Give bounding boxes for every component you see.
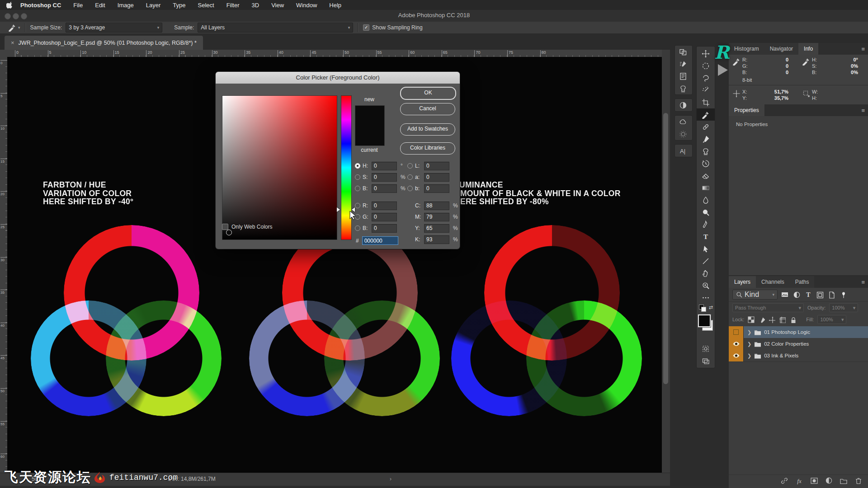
status-chevron-icon[interactable]: › xyxy=(390,476,392,482)
radio-b[interactable] xyxy=(355,225,360,231)
tool-hand[interactable] xyxy=(697,267,715,279)
menu-item-photoshop-cc[interactable]: Photoshop CC xyxy=(20,2,61,9)
adjustments-panel-icon[interactable] xyxy=(675,99,691,111)
tab-info[interactable]: Info xyxy=(798,43,818,55)
tab-properties[interactable]: Properties xyxy=(729,104,764,116)
panel-menu-icon[interactable]: ≡ xyxy=(861,46,864,52)
group-expand-chevron-icon[interactable]: ❯ xyxy=(747,353,751,359)
menu-item-select[interactable]: Select xyxy=(198,2,214,9)
menu-item-help[interactable]: Help xyxy=(329,2,341,9)
tool-blur[interactable] xyxy=(697,194,715,206)
layer-visibility-hidden-icon[interactable] xyxy=(729,326,744,338)
layer-mask-button[interactable] xyxy=(810,477,818,485)
ok-button[interactable]: OK xyxy=(400,87,456,100)
layer-filter-dropdown[interactable]: Kind ▾ xyxy=(732,290,778,300)
panel-menu-icon[interactable]: ≡ xyxy=(861,279,864,286)
field-input-l[interactable] xyxy=(424,162,449,170)
screen-mode-button[interactable] xyxy=(697,355,715,367)
layer-name[interactable]: 03 Ink & Pixels xyxy=(764,353,798,358)
field-input-g[interactable] xyxy=(372,213,397,221)
field-input-k[interactable] xyxy=(424,235,449,244)
field-input-m[interactable] xyxy=(424,213,449,221)
recorder-play-icon[interactable] xyxy=(718,64,728,76)
tool-lasso[interactable] xyxy=(697,72,715,84)
field-input-b[interactable] xyxy=(372,224,397,233)
hex-input[interactable] xyxy=(362,236,398,245)
radio-b[interactable] xyxy=(407,186,413,191)
filter-shape-layers-icon[interactable] xyxy=(816,291,824,299)
show-sampling-ring-checkbox[interactable]: ✓ xyxy=(363,24,369,31)
tool-crop[interactable] xyxy=(697,96,715,108)
close-tab-icon[interactable]: × xyxy=(11,39,14,46)
horizontal-ruler[interactable]: 05101520253035404550556065707580 xyxy=(7,50,662,57)
clone-source-panel-icon[interactable] xyxy=(675,46,691,58)
tab-navigator[interactable]: Navigator xyxy=(764,43,798,55)
filter-smart-objects-icon[interactable] xyxy=(828,291,835,299)
cancel-button[interactable]: Cancel xyxy=(400,103,455,115)
field-input-c[interactable] xyxy=(424,202,449,210)
canvas-scrollbar-thumb[interactable] xyxy=(663,113,668,384)
layer-name[interactable]: 02 Color Properties xyxy=(764,341,809,347)
tab-channels[interactable]: Channels xyxy=(756,276,790,288)
radio-s[interactable] xyxy=(355,174,360,180)
character-panel-icon[interactable]: A| xyxy=(675,145,691,157)
filter-adjustment-layers-icon[interactable] xyxy=(793,291,801,299)
menu-item-edit[interactable]: Edit xyxy=(95,2,105,9)
field-input-b[interactable] xyxy=(424,184,449,193)
adjustment-layer-button[interactable] xyxy=(825,477,833,484)
tool-history-brush[interactable] xyxy=(697,157,715,169)
add-to-swatches-button[interactable]: Add to Swatches xyxy=(400,123,455,136)
tool-ellipsis[interactable] xyxy=(697,291,715,304)
tool-type[interactable]: T xyxy=(697,230,715,243)
lock-all-icon[interactable] xyxy=(789,316,796,323)
lock-position-icon[interactable] xyxy=(769,316,775,323)
tool-zoom[interactable] xyxy=(697,279,715,291)
vertical-ruler[interactable]: 051015202530354045505560 xyxy=(0,57,8,473)
menu-item-type[interactable]: Type xyxy=(173,2,185,9)
radio-g[interactable] xyxy=(355,214,360,220)
tool-gradient[interactable] xyxy=(697,182,715,194)
tool-preset-caret-icon[interactable]: ▾ xyxy=(18,25,20,30)
pattern-stamp-panel-icon[interactable] xyxy=(675,82,691,94)
radio-a[interactable] xyxy=(407,174,413,180)
canvas-scrollbar-track[interactable] xyxy=(662,50,670,473)
tab-paths[interactable]: Paths xyxy=(790,276,815,288)
radio-b[interactable] xyxy=(355,186,360,191)
lock-transparent-icon[interactable] xyxy=(748,316,755,323)
radio-r[interactable] xyxy=(355,203,360,208)
new-group-button[interactable] xyxy=(840,477,848,485)
tool-pen[interactable] xyxy=(697,218,715,230)
color-libraries-button[interactable]: Color Libraries xyxy=(400,142,455,155)
filter-pixel-layers-icon[interactable] xyxy=(781,291,789,299)
filter-type-layers-icon[interactable]: T xyxy=(805,291,812,298)
field-input-r[interactable] xyxy=(372,202,397,210)
tool-eraser[interactable] xyxy=(697,169,715,182)
tool-move[interactable] xyxy=(697,47,715,60)
menu-item-3d[interactable]: 3D xyxy=(252,2,259,9)
styles-panel-icon[interactable] xyxy=(675,128,691,140)
menu-item-file[interactable]: File xyxy=(73,2,83,9)
lock-artboard-icon[interactable] xyxy=(779,316,786,323)
document-tab[interactable]: × JWR_Photoshop_Logic_E.psd @ 50% (01 Ph… xyxy=(5,36,203,50)
only-web-colors-checkbox[interactable] xyxy=(222,224,228,230)
menu-item-view[interactable]: View xyxy=(271,2,284,9)
radio-l[interactable] xyxy=(407,163,413,169)
fill-field[interactable]: 100%▾ xyxy=(817,315,846,324)
layer-visibility-eye-icon[interactable] xyxy=(729,338,744,350)
panel-menu-icon[interactable]: ≡ xyxy=(861,107,864,114)
menu-item-image[interactable]: Image xyxy=(118,2,134,9)
tool-path-select[interactable] xyxy=(697,243,715,255)
menu-item-layer[interactable]: Layer xyxy=(146,2,161,9)
sample-dropdown[interactable]: All Layers▾ xyxy=(198,23,353,33)
layer-name[interactable]: 01 Photoshop Logic xyxy=(764,329,810,335)
menu-item-filter[interactable]: Filter xyxy=(226,2,240,9)
field-input-b[interactable] xyxy=(372,184,397,193)
eyedropper-tool-icon[interactable] xyxy=(8,23,16,32)
dialog-title[interactable]: Color Picker (Foreground Color) xyxy=(216,72,460,84)
libraries-panel-icon[interactable] xyxy=(675,70,691,82)
layer-row[interactable]: ❯02 Color Properties xyxy=(729,338,868,350)
foreground-color-swatch[interactable] xyxy=(698,314,711,327)
layer-visibility-eye-icon[interactable] xyxy=(729,350,744,361)
tool-brush[interactable] xyxy=(697,133,715,145)
delete-layer-button[interactable] xyxy=(854,477,863,485)
